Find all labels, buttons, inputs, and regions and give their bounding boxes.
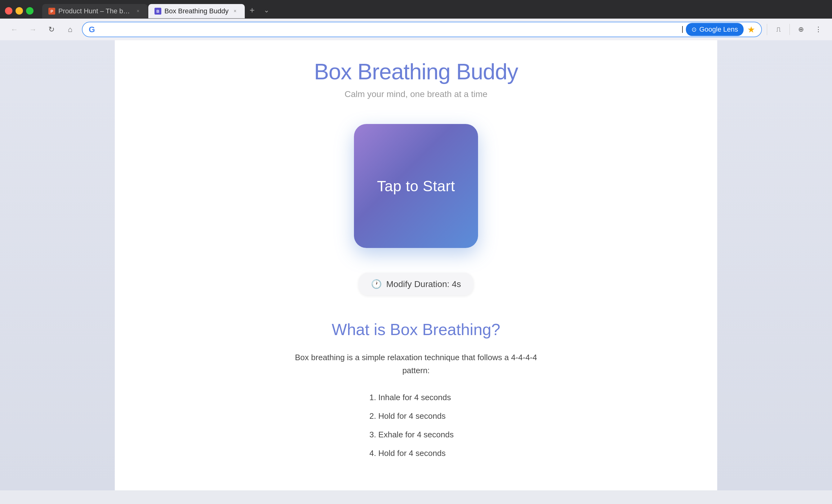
lens-icon: ⊙ bbox=[692, 26, 697, 33]
google-lens-button[interactable]: ⊙ Google Lens bbox=[686, 23, 744, 36]
reload-button[interactable]: ↻ bbox=[45, 23, 58, 36]
description-text: Box breathing is a simple relaxation tec… bbox=[292, 351, 540, 377]
tap-to-start-button[interactable]: Tap to Start bbox=[354, 124, 478, 248]
back-button[interactable]: ← bbox=[7, 23, 21, 36]
modify-duration-label: Modify Duration: 4s bbox=[386, 279, 461, 289]
forward-button[interactable]: → bbox=[26, 23, 40, 36]
minimize-window-button[interactable] bbox=[16, 7, 23, 15]
tab-label-producthunt: Product Hunt – The best new bbox=[58, 7, 132, 15]
cursor bbox=[682, 26, 683, 33]
tap-button-label: Tap to Start bbox=[377, 177, 455, 195]
extensions-button[interactable]: ⎍ bbox=[772, 23, 784, 36]
modify-duration-button[interactable]: 🕐 Modify Duration: 4s bbox=[359, 273, 473, 296]
title-bar: P Product Hunt – The best new × B Box Br… bbox=[0, 0, 832, 19]
browser-chrome: P Product Hunt – The best new × B Box Br… bbox=[0, 0, 832, 40]
tabs-bar: P Product Hunt – The best new × B Box Br… bbox=[37, 3, 278, 18]
close-window-button[interactable] bbox=[5, 7, 12, 15]
tab-label-boxbreathing: Box Breathing Buddy bbox=[164, 7, 229, 15]
step-1: Inhale for 4 seconds bbox=[379, 389, 454, 405]
profile-button[interactable]: ⊕ bbox=[795, 23, 807, 36]
step-3: Exhale for 4 seconds bbox=[379, 426, 454, 443]
tab-boxbreathing[interactable]: B Box Breathing Buddy × bbox=[148, 4, 245, 18]
tab-close-producthunt[interactable]: × bbox=[135, 8, 141, 15]
tab-favicon-boxbreathing: B bbox=[155, 8, 161, 15]
steps-list: Inhale for 4 seconds Hold for 4 seconds … bbox=[379, 389, 454, 464]
app-title: Box Breathing Buddy bbox=[314, 59, 518, 84]
toolbar-divider bbox=[767, 24, 767, 35]
toolbar-divider-2 bbox=[789, 24, 790, 35]
window-controls bbox=[5, 7, 33, 15]
menu-button[interactable]: ⋮ bbox=[812, 23, 825, 36]
tab-producthunt[interactable]: P Product Hunt – The best new × bbox=[42, 4, 148, 18]
step-2: Hold for 4 seconds bbox=[379, 408, 454, 424]
app-subtitle: Calm your mind, one breath at a time bbox=[345, 89, 488, 99]
google-lens-label: Google Lens bbox=[699, 25, 738, 33]
what-is-title: What is Box Breathing? bbox=[332, 320, 500, 339]
browser-content: Box Breathing Buddy Calm your mind, one … bbox=[0, 40, 832, 491]
home-button[interactable]: ⌂ bbox=[63, 23, 77, 36]
maximize-window-button[interactable] bbox=[26, 7, 33, 15]
address-field[interactable]: G ⊙ Google Lens ★ bbox=[82, 22, 762, 37]
tab-overflow-button[interactable]: ⌄ bbox=[260, 3, 273, 17]
bookmark-button[interactable]: ★ bbox=[747, 25, 755, 35]
tab-close-boxbreathing[interactable]: × bbox=[232, 8, 238, 15]
sidebar-left bbox=[0, 40, 115, 491]
page-content: Box Breathing Buddy Calm your mind, one … bbox=[115, 40, 717, 491]
address-bar-row: ← → ↻ ⌂ G ⊙ Google Lens ★ ⎍ ⊕ ⋮ bbox=[0, 19, 832, 40]
sidebar-right bbox=[717, 40, 832, 491]
google-favicon: G bbox=[89, 25, 95, 34]
step-4: Hold for 4 seconds bbox=[379, 445, 454, 461]
new-tab-button[interactable]: + bbox=[245, 3, 259, 17]
tab-favicon-producthunt: P bbox=[48, 8, 55, 15]
clock-icon: 🕐 bbox=[371, 279, 382, 289]
address-right: ⊙ Google Lens ★ bbox=[686, 23, 755, 36]
